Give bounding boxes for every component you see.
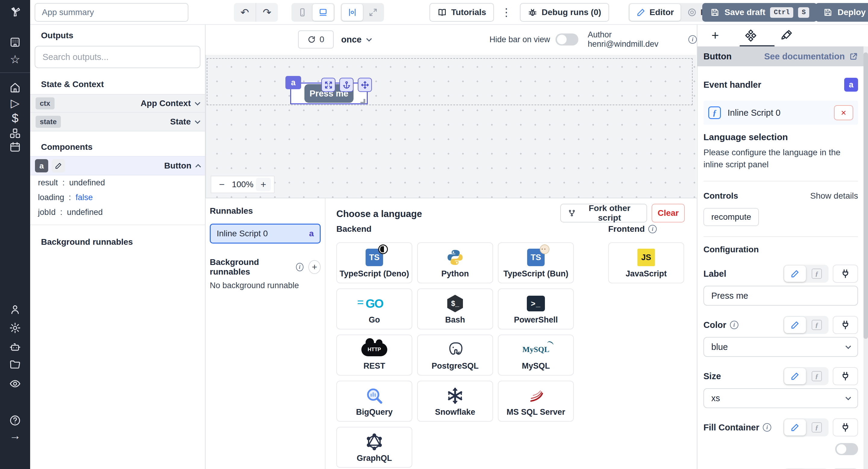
- fullwidth-canvas-button[interactable]: [364, 4, 383, 21]
- language-card-bash[interactable]: $_ Bash: [417, 288, 493, 330]
- static-mode-button[interactable]: [784, 368, 806, 384]
- schedules-icon[interactable]: [8, 140, 22, 154]
- center-canvas-button[interactable]: [342, 4, 363, 21]
- scrollbar-track[interactable]: [864, 46, 868, 469]
- top-toolbar: ↶ ↷ Tutorials ⋮ Debug run: [30, 0, 868, 25]
- resources-icon[interactable]: [8, 126, 22, 141]
- language-card-bigquery[interactable]: BigQuery: [336, 381, 412, 422]
- connect-output-button[interactable]: [833, 367, 858, 385]
- info-icon[interactable]: i: [648, 225, 657, 233]
- folders-icon[interactable]: [8, 357, 22, 372]
- output-row-ctx[interactable]: ctx App Context: [30, 94, 205, 113]
- audit-eye-icon[interactable]: [8, 376, 22, 391]
- windmill-logo-icon[interactable]: [8, 4, 22, 19]
- users-icon[interactable]: [8, 302, 22, 317]
- mobile-view-button[interactable]: [293, 4, 312, 21]
- component-settings-panel: + Button See documentation: [697, 25, 868, 469]
- zoom-level: 100%: [232, 180, 253, 189]
- redo-button[interactable]: ↷: [256, 3, 278, 22]
- resize-handle[interactable]: [361, 99, 365, 104]
- language-card-mysql[interactable]: MySQL MySQL: [498, 335, 574, 376]
- chevron-up-icon: [195, 164, 201, 169]
- static-mode-button[interactable]: [784, 265, 806, 282]
- language-card-powershell[interactable]: >_ PowerShell: [498, 288, 574, 330]
- rename-component-button[interactable]: [52, 159, 65, 173]
- chevron-down-icon: [845, 343, 851, 349]
- info-icon[interactable]: i: [296, 263, 304, 271]
- canvas-grid-area[interactable]: a Press me − 100% +: [206, 55, 696, 198]
- language-card-graphql[interactable]: GraphQL: [336, 427, 412, 468]
- runnable-item-inline-script-0[interactable]: Inline Script 0 a: [210, 224, 321, 244]
- undo-button[interactable]: ↶: [234, 3, 255, 22]
- device-toggle-group: [291, 3, 335, 22]
- output-row-state[interactable]: state State: [30, 113, 205, 131]
- language-card-python[interactable]: Python: [417, 242, 493, 283]
- connect-output-button[interactable]: [833, 316, 858, 334]
- refresh-schedule-dropdown[interactable]: once: [341, 30, 371, 49]
- language-card-javascript[interactable]: JS JavaScript: [608, 242, 684, 283]
- info-icon[interactable]: i: [763, 423, 771, 432]
- tab-styling[interactable]: [769, 25, 804, 46]
- settings-gear-icon[interactable]: [8, 321, 22, 335]
- language-card-mssql[interactable]: MS SQL Server: [498, 381, 574, 422]
- component-row-button[interactable]: a Button: [30, 156, 205, 176]
- language-card-postgresql[interactable]: PostgreSQL: [417, 335, 493, 376]
- fx-mode-button[interactable]: ƒ: [806, 371, 828, 381]
- info-icon[interactable]: i: [688, 35, 697, 44]
- color-select[interactable]: blue: [704, 337, 858, 357]
- show-details-link[interactable]: Show details: [810, 191, 858, 201]
- home-icon[interactable]: [8, 80, 22, 95]
- static-mode-button[interactable]: [784, 317, 806, 333]
- connect-output-button[interactable]: [833, 418, 858, 436]
- collapse-arrow-icon[interactable]: →: [8, 428, 22, 443]
- scrollbar-thumb[interactable]: [864, 53, 868, 339]
- label-value-input[interactable]: [704, 286, 858, 306]
- billing-icon[interactable]: $: [8, 111, 22, 125]
- language-card-typescript-bun[interactable]: TS TypeScript (Bun): [498, 242, 574, 283]
- zoom-out-button[interactable]: −: [214, 178, 229, 191]
- tab-component-settings[interactable]: [733, 25, 769, 46]
- tab-insert-component[interactable]: +: [698, 25, 733, 46]
- refresh-count-button[interactable]: 0: [298, 30, 334, 49]
- add-background-runnable-button[interactable]: +: [308, 260, 321, 274]
- save-draft-button[interactable]: Save draft Ctrl S: [702, 3, 817, 22]
- fx-mode-button[interactable]: ƒ: [806, 422, 828, 433]
- fill-container-toggle[interactable]: [835, 443, 858, 455]
- editor-tab[interactable]: Editor: [629, 4, 681, 21]
- see-documentation-link[interactable]: See documentation: [764, 52, 858, 61]
- static-mode-button[interactable]: [784, 419, 806, 436]
- info-icon[interactable]: i: [730, 321, 738, 329]
- hide-bar-toggle[interactable]: [555, 33, 578, 45]
- remove-script-button[interactable]: ×: [834, 105, 853, 120]
- language-card-go[interactable]: GO Go: [336, 288, 412, 330]
- size-select[interactable]: xs: [704, 388, 858, 408]
- desktop-view-button[interactable]: [313, 4, 334, 21]
- fx-mode-button[interactable]: ƒ: [806, 320, 828, 330]
- more-options-kebab-icon[interactable]: ⋮: [500, 3, 513, 22]
- favorites-star-icon[interactable]: ☆: [8, 52, 22, 67]
- runs-icon[interactable]: ▷: [8, 96, 22, 110]
- inline-script-row[interactable]: ƒ Inline Script 0 ×: [704, 101, 858, 125]
- language-card-rest[interactable]: HTTP REST: [336, 335, 412, 376]
- plug-icon: [840, 422, 850, 433]
- connect-output-button[interactable]: [833, 264, 858, 283]
- anchor-component-handle[interactable]: [339, 78, 353, 92]
- app-summary-input[interactable]: [35, 3, 188, 22]
- fx-mode-button[interactable]: ƒ: [806, 269, 828, 279]
- zoom-in-button[interactable]: +: [256, 178, 271, 191]
- move-component-handle[interactable]: [358, 78, 372, 92]
- language-card-typescript-deno[interactable]: TS TypeScript (Deno): [336, 242, 412, 283]
- debug-runs-button[interactable]: Debug runs (0): [520, 3, 609, 22]
- language-card-snowflake[interactable]: Snowflake: [417, 381, 493, 422]
- help-icon[interactable]: [8, 413, 22, 428]
- pen-icon: [55, 162, 62, 170]
- tutorials-button[interactable]: Tutorials: [430, 3, 494, 22]
- fork-other-script-button[interactable]: Fork other script: [560, 204, 647, 222]
- workers-robot-icon[interactable]: [8, 340, 22, 354]
- deploy-button[interactable]: Deploy: [815, 3, 868, 22]
- workspace-icon[interactable]: [8, 35, 22, 50]
- expand-component-handle[interactable]: [321, 78, 336, 92]
- recompute-button[interactable]: recompute: [704, 208, 759, 226]
- clear-language-button[interactable]: Clear: [652, 204, 685, 222]
- search-outputs-input[interactable]: [35, 46, 200, 68]
